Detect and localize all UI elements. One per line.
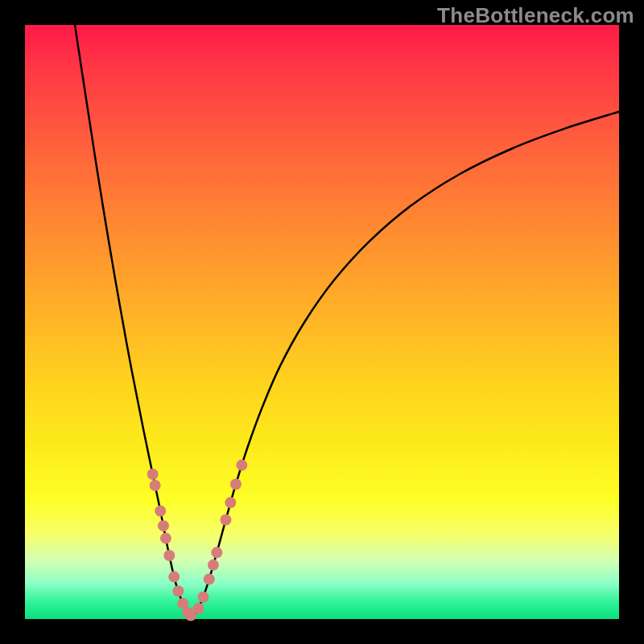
data-dot <box>150 480 161 491</box>
data-dot <box>193 603 204 614</box>
data-dot <box>225 497 236 508</box>
chart-frame: TheBottleneck.com <box>0 0 644 644</box>
data-dot <box>204 574 215 585</box>
data-dot <box>168 572 180 583</box>
data-dot <box>220 514 231 526</box>
data-dot <box>160 533 171 544</box>
data-dot <box>155 506 166 517</box>
data-dot <box>163 550 175 561</box>
data-dots-left <box>147 469 196 621</box>
data-dot <box>147 469 159 480</box>
data-dot <box>197 592 208 603</box>
data-dot <box>172 585 184 597</box>
curve-right <box>194 112 619 616</box>
data-dot <box>158 520 169 531</box>
data-dot <box>208 559 219 571</box>
watermark-text: TheBottleneck.com <box>437 3 634 28</box>
curve-left <box>75 25 191 616</box>
chart-plot-area <box>25 25 619 619</box>
chart-svg <box>25 25 619 619</box>
data-dot <box>211 547 222 558</box>
data-dot <box>230 478 242 489</box>
data-dot <box>236 460 247 471</box>
